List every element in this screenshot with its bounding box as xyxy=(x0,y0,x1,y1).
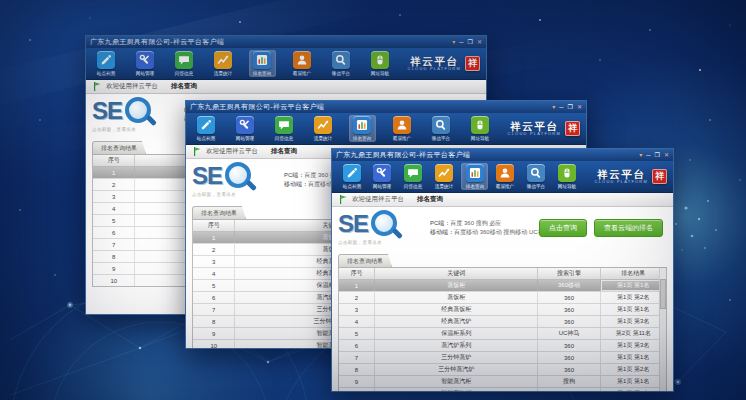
chart-line-icon xyxy=(314,116,332,134)
rank-cell: 第1页 第1名 xyxy=(601,376,666,387)
row-index-cell: 7 xyxy=(93,239,135,250)
toolbar-item-rank-query[interactable]: 排名查询 xyxy=(461,163,488,190)
table-scrollbar[interactable] xyxy=(659,268,666,392)
keyword-cell: 智能蒸汽柜 xyxy=(375,388,539,392)
tab-rank-results[interactable]: 排名查询结果 xyxy=(338,254,392,267)
toolbar-item-site-manage[interactable]: 网站管理 xyxy=(231,115,258,142)
cloud-rank-button[interactable]: 查看云端的排名 xyxy=(594,219,663,237)
toolbar-item-label: 微信平台 xyxy=(432,135,450,141)
toolbar-item-label: 站点检测 xyxy=(196,135,214,141)
rank-cell: 第1页 第2名 xyxy=(601,364,666,375)
person-icon xyxy=(293,51,311,69)
flag-icon xyxy=(93,82,101,91)
toolbar-item-site-manage[interactable]: 网站管理 xyxy=(131,50,158,77)
minimize-button[interactable]: ─ xyxy=(559,103,563,111)
title-bar[interactable]: 广东九鼎王厨具有限公司-祥云平台客户端 ▾─❐✕ xyxy=(186,101,586,113)
table-row[interactable]: 4经典蒸汽炉360第1页 第3名 xyxy=(339,316,666,328)
keyword-cell: 三分钟蒸汽炉 xyxy=(375,364,539,375)
magnifier-handle-icon xyxy=(146,115,157,126)
table-row[interactable]: 5保温柜系列UC神马第2页 第11名 xyxy=(339,328,666,340)
column-header: 序号 xyxy=(93,155,135,166)
toolbar-item-wechat-platform[interactable]: 微信平台 xyxy=(327,50,354,77)
toolbar-item-url-nav[interactable]: 网址导航 xyxy=(467,115,494,142)
toolbar-item-screen-promo[interactable]: 霸屏推广 xyxy=(388,115,415,142)
minimize-button[interactable]: ─ xyxy=(646,151,650,159)
skin-button[interactable]: ▾ xyxy=(552,103,555,111)
table-row[interactable]: 1蒸饭柜360移动第1页 第1名 xyxy=(339,280,666,292)
tab-rank-results[interactable]: 排名查询结果 xyxy=(92,141,146,154)
maximize-button[interactable]: ❐ xyxy=(655,151,660,159)
maximize-button[interactable]: ❐ xyxy=(468,38,473,46)
toolbar-item-qa-info[interactable]: 问答信息 xyxy=(170,50,197,77)
toolbar-item-qa-info[interactable]: 问答信息 xyxy=(400,163,427,190)
toolbar-item-wechat-platform[interactable]: 微信平台 xyxy=(427,115,454,142)
table-row[interactable]: 3经典蒸饭柜360第1页 第1名 xyxy=(339,304,666,316)
rank-cell: 第1页 第1名 xyxy=(601,304,666,315)
toolbar-item-label: 网站管理 xyxy=(373,183,391,189)
chat-icon xyxy=(275,116,293,134)
column-header: 搜索引擎 xyxy=(538,268,600,279)
keyword-cell: 保温柜系列 xyxy=(375,328,539,339)
toolbar-item-screen-promo[interactable]: 霸屏推广 xyxy=(288,50,315,77)
main-toolbar: 站点检测网站管理问答信息流量统计排名查询霸屏推广微信平台网址导航 祥云平台 CL… xyxy=(332,161,673,193)
flag-icon xyxy=(339,195,347,204)
toolbar-item-site-check[interactable]: 站点检测 xyxy=(92,50,119,77)
toolbar-item-label: 问答信息 xyxy=(404,183,422,189)
keyword-cell: 蒸汽炉系列 xyxy=(375,340,539,351)
toolbar-item-rank-query[interactable]: 排名查询 xyxy=(349,115,376,142)
close-button[interactable]: ✕ xyxy=(664,151,669,159)
window-controls: ▾─❐✕ xyxy=(552,103,582,111)
row-index-cell: 8 xyxy=(339,364,375,375)
table-row[interactable]: 7三分钟蒸炉360第1页 第1名 xyxy=(339,352,666,364)
wrench-icon xyxy=(236,116,254,134)
title-bar[interactable]: 广东九鼎王厨具有限公司-祥云平台客户端 ▾─❐✕ xyxy=(86,36,486,48)
table-row[interactable]: 10智能蒸汽柜360第1页 第2名 xyxy=(339,388,666,392)
title-bar[interactable]: 广东九鼎王厨具有限公司-祥云平台客户端 ▾─❐✕ xyxy=(332,149,673,161)
skin-button[interactable]: ▾ xyxy=(452,38,455,46)
keyword-cell: 智能蒸汽柜 xyxy=(375,376,539,387)
toolbar-item-url-nav[interactable]: 网址导航 xyxy=(554,163,581,190)
skin-button[interactable]: ▾ xyxy=(639,151,642,159)
keyword-cell: 三分钟蒸炉 xyxy=(375,352,539,363)
toolbar-item-site-manage[interactable]: 网站管理 xyxy=(369,163,396,190)
table-body: 1蒸饭柜360移动第1页 第1名2蒸饭柜360第1页 第2名3经典蒸饭柜360第… xyxy=(339,280,666,392)
engine-cell: 360 xyxy=(538,292,600,303)
brand-logo: 祥云平台 CLOUD PLATFORM 祥 xyxy=(595,169,667,185)
toolbar-item-qa-info[interactable]: 问答信息 xyxy=(270,115,297,142)
table-row[interactable]: 6蒸汽炉系列360第1页 第3名 xyxy=(339,340,666,352)
close-button[interactable]: ✕ xyxy=(477,38,482,46)
keyword-cell: 经典蒸汽炉 xyxy=(375,316,539,327)
brand-seal: 祥 xyxy=(465,56,480,71)
pencil-icon xyxy=(97,51,115,69)
toolbar-item-label: 流量统计 xyxy=(214,70,232,76)
toolbar-item-traffic-stats[interactable]: 流量统计 xyxy=(210,50,237,77)
row-index-cell: 1 xyxy=(193,232,235,243)
seo-logo: SE 点击刷新，查看排名 xyxy=(192,164,278,197)
toolbar-item-site-check[interactable]: 站点检测 xyxy=(338,163,365,190)
brand-subtitle: CLOUD PLATFORM xyxy=(508,132,561,136)
welcome-text: 欢迎使用祥云平台 xyxy=(206,147,258,156)
mouse-icon xyxy=(371,51,389,69)
table-row[interactable]: 8三分钟蒸汽炉360第1页 第2名 xyxy=(339,364,666,376)
toolbar-item-url-nav[interactable]: 网址导航 xyxy=(367,50,394,77)
toolbar-item-site-check[interactable]: 站点检测 xyxy=(192,115,219,142)
close-button[interactable]: ✕ xyxy=(577,103,582,111)
toolbar-item-rank-query[interactable]: 排名查询 xyxy=(249,50,276,77)
table-row[interactable]: 9智能蒸汽柜搜狗第1页 第1名 xyxy=(339,376,666,388)
row-index-cell: 10 xyxy=(339,388,375,392)
maximize-button[interactable]: ❐ xyxy=(568,103,573,111)
toolbar-item-traffic-stats[interactable]: 流量统计 xyxy=(310,115,337,142)
seo-logo-text: SE xyxy=(338,210,368,237)
current-section-label: 排名查询 xyxy=(171,82,197,91)
toolbar-item-screen-promo[interactable]: 霸屏推广 xyxy=(492,163,519,190)
magnifier-icon xyxy=(432,116,450,134)
tab-rank-results[interactable]: 排名查询结果 xyxy=(192,206,246,219)
toolbar-item-wechat-platform[interactable]: 微信平台 xyxy=(523,163,550,190)
row-index-cell: 10 xyxy=(93,275,135,286)
table-row[interactable]: 2蒸饭柜360第1页 第2名 xyxy=(339,292,666,304)
minimize-button[interactable]: ─ xyxy=(459,38,463,46)
toolbar-item-traffic-stats[interactable]: 流量统计 xyxy=(430,163,457,190)
query-button[interactable]: 点击查询 xyxy=(539,219,587,237)
keyword-cell: 蒸饭柜 xyxy=(375,292,539,303)
scrollbar-thumb[interactable] xyxy=(660,279,666,309)
